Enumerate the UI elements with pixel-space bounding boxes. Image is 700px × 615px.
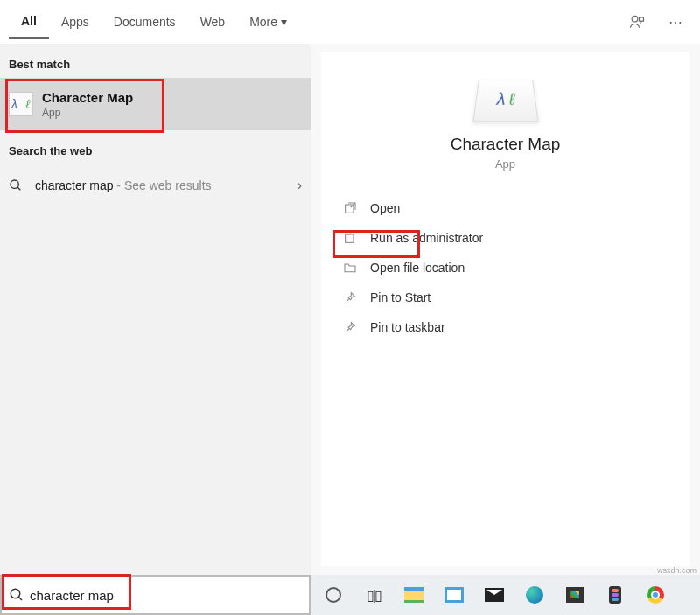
- tab-documents[interactable]: Documents: [102, 6, 188, 38]
- mail-icon[interactable]: [484, 584, 505, 605]
- word-icon[interactable]: [444, 584, 465, 605]
- more-options-icon[interactable]: ⋯: [660, 14, 691, 31]
- chevron-right-icon: ›: [298, 178, 302, 193]
- run-as-admin-action[interactable]: Run as administrator: [339, 223, 672, 253]
- edge-icon[interactable]: [524, 584, 545, 605]
- app-subtitle: App: [495, 157, 515, 171]
- web-result-text: character map - See web results: [35, 178, 289, 192]
- svg-rect-4: [346, 234, 354, 242]
- best-match-subtitle: App: [42, 107, 133, 119]
- character-map-icon: [9, 92, 33, 116]
- search-box[interactable]: [0, 575, 311, 615]
- task-view-icon[interactable]: ▯|▯: [363, 584, 384, 605]
- open-file-location-action[interactable]: Open file location: [339, 253, 672, 283]
- svg-point-1: [10, 180, 18, 188]
- taskbar: ▯|▯: [311, 575, 700, 615]
- cortana-icon[interactable]: [323, 584, 344, 605]
- character-map-icon-large: λℓ: [472, 80, 538, 122]
- watermark: wsxdn.com: [657, 566, 696, 575]
- shield-icon: [342, 230, 358, 246]
- filter-tabs: All Apps Documents Web More ▾ ⋯: [0, 0, 700, 44]
- best-match-title: Character Map: [42, 90, 133, 105]
- best-match-header: Best match: [0, 44, 311, 78]
- chrome-icon[interactable]: [645, 584, 666, 605]
- svg-line-2: [18, 187, 20, 190]
- results-panel: Best match Character Map App Search the …: [0, 44, 311, 575]
- pin-to-start-action[interactable]: Pin to Start: [339, 283, 672, 312]
- detail-panel: λℓ Character Map App Open Run as adminis…: [311, 44, 700, 575]
- search-web-header: Search the web: [0, 130, 311, 164]
- best-match-result[interactable]: Character Map App: [0, 78, 311, 130]
- tab-apps[interactable]: Apps: [49, 6, 102, 38]
- file-explorer-icon[interactable]: [403, 584, 424, 605]
- app-title: Character Map: [451, 135, 561, 154]
- bottom-bar: ▯|▯: [0, 575, 700, 615]
- svg-point-0: [632, 16, 638, 22]
- pin-to-taskbar-action[interactable]: Pin to taskbar: [339, 312, 672, 342]
- search-input[interactable]: [30, 588, 302, 603]
- figma-icon[interactable]: [605, 584, 626, 605]
- tab-more[interactable]: More ▾: [237, 6, 299, 38]
- tab-all[interactable]: All: [9, 5, 49, 39]
- search-icon: [9, 587, 24, 603]
- microsoft-store-icon[interactable]: [564, 584, 585, 605]
- tab-web[interactable]: Web: [188, 6, 238, 38]
- svg-point-5: [10, 589, 20, 598]
- pin-icon: [342, 319, 358, 335]
- open-action[interactable]: Open: [339, 193, 672, 223]
- open-icon: [342, 200, 358, 216]
- pin-icon: [342, 290, 358, 305]
- web-search-result[interactable]: character map - See web results ›: [0, 164, 311, 206]
- svg-line-6: [18, 597, 22, 600]
- folder-icon: [342, 260, 358, 276]
- feedback-icon[interactable]: [628, 13, 660, 31]
- search-icon: [9, 178, 26, 192]
- chevron-down-icon: ▾: [281, 15, 287, 29]
